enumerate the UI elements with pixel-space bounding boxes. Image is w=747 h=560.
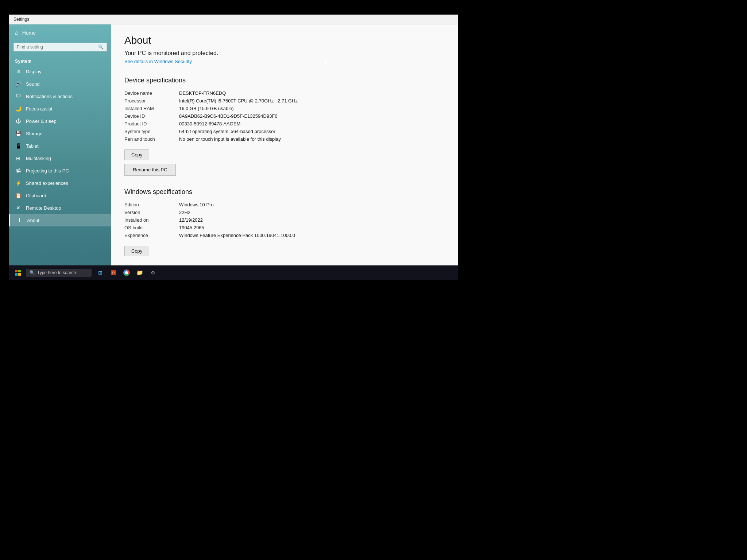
- sound-icon: 🔊: [15, 81, 22, 87]
- sidebar-item-label: Power & sleep: [26, 118, 57, 124]
- spec-label: Device ID: [124, 113, 179, 119]
- page-title: About: [124, 35, 445, 46]
- spec-value: 12/19/2022: [179, 217, 445, 223]
- taskbar-app-settings[interactable]: ⚙: [147, 267, 159, 279]
- sidebar-item-label: Display: [26, 69, 42, 74]
- spec-row-ram: Installed RAM 16.0 GB (15.9 GB usable): [124, 105, 445, 112]
- spec-value: 00330-50912-69478-AAOEM: [179, 121, 445, 127]
- spec-value: 19045.2965: [179, 225, 445, 230]
- spec-label: Processor: [124, 98, 179, 104]
- taskbar-app-powerpoint[interactable]: P: [108, 267, 119, 279]
- sidebar-item-power[interactable]: ⏻ Power & sleep: [9, 115, 111, 127]
- spec-value: 64-bit operating system, x64-based proce…: [179, 129, 445, 134]
- explorer-icon: 📁: [136, 269, 143, 276]
- home-icon: ⌂: [15, 30, 19, 36]
- spec-value: 22H2: [179, 210, 445, 215]
- taskmgr-icon: ⊞: [98, 270, 102, 276]
- sidebar-search-box[interactable]: 🔍: [13, 43, 107, 51]
- sidebar-item-label: About: [27, 218, 39, 223]
- taskbar-app-explorer[interactable]: 📁: [134, 267, 146, 279]
- start-button[interactable]: [12, 267, 24, 279]
- sidebar-item-label: Tablet: [26, 143, 39, 149]
- title-bar: Settings: [9, 15, 458, 24]
- taskbar-search-text: Type here to search: [37, 270, 76, 275]
- notifications-icon: 🗨: [15, 93, 22, 99]
- shared-icon: ⚡: [15, 180, 22, 186]
- chrome-icon: [123, 269, 130, 276]
- spec-value: DESKTOP-FRN6EDQ: [179, 90, 445, 96]
- clipboard-icon: 📋: [15, 192, 22, 198]
- tablet-icon: 📱: [15, 143, 22, 149]
- power-icon: ⏻: [15, 118, 22, 124]
- spec-label: System type: [124, 129, 179, 134]
- spec-value: No pen or touch input is available for t…: [179, 136, 445, 142]
- windows-logo: [15, 270, 21, 276]
- spec-value: 16.0 GB (15.9 GB usable): [179, 106, 445, 111]
- spec-value: Windows Feature Experience Pack 1000.190…: [179, 233, 445, 238]
- spec-row-processor: Processor Intel(R) Core(TM) i5-7500T CPU…: [124, 97, 445, 105]
- rename-button[interactable]: Rename this PC: [124, 164, 176, 176]
- spec-label: Device name: [124, 90, 179, 96]
- sidebar-item-label: Notifications & actions: [26, 94, 73, 99]
- main-content: About Your PC is monitored and protected…: [111, 24, 458, 265]
- spec-label: Installed on: [124, 217, 179, 223]
- spec-label: Product ID: [124, 121, 179, 127]
- sidebar-item-multitasking[interactable]: ⊞ Multitasking: [9, 152, 111, 164]
- spec-row-product-id: Product ID 00330-50912-69478-AAOEM: [124, 120, 445, 128]
- multitasking-icon: ⊞: [15, 155, 22, 161]
- spec-label: OS build: [124, 225, 179, 230]
- sidebar: ⌂ Home 🔍 System 🖥 Display 🔊 Sound 🗨 N: [9, 24, 111, 265]
- sidebar-item-about[interactable]: ℹ About: [9, 214, 111, 226]
- about-icon: ℹ: [16, 217, 23, 223]
- title-bar-label: Settings: [13, 17, 29, 22]
- sidebar-item-label: Remote Desktop: [26, 205, 61, 211]
- spec-label: Installed RAM: [124, 106, 179, 111]
- sidebar-item-label: Focus assist: [26, 106, 52, 112]
- taskbar-app-chrome[interactable]: [121, 267, 132, 279]
- copy-button-1[interactable]: Copy: [124, 149, 149, 160]
- sidebar-item-label: Storage: [26, 131, 43, 136]
- sidebar-item-clipboard[interactable]: 📋 Clipboard: [9, 189, 111, 202]
- spec-row-pen-touch: Pen and touch No pen or touch input is a…: [124, 135, 445, 143]
- sidebar-home[interactable]: ⌂ Home: [9, 24, 111, 41]
- sidebar-item-remote[interactable]: ✕ Remote Desktop: [9, 202, 111, 214]
- windows-specs-table: Edition Windows 10 Pro Version 22H2 Inst…: [124, 201, 445, 239]
- sidebar-item-shared[interactable]: ⚡ Shared experiences: [9, 177, 111, 189]
- spec-row-device-id: Device ID 8A9ADB62-B9C6-4BD1-9D5F-E13259…: [124, 112, 445, 120]
- taskbar: 🔍 Type here to search ⊞ P 📁 ⚙: [9, 265, 458, 280]
- copy-button-2[interactable]: Copy: [124, 246, 149, 256]
- sidebar-item-label: Projecting to this PC: [26, 168, 69, 174]
- focus-icon: 🌙: [15, 106, 22, 112]
- device-specs-table: Device name DESKTOP-FRN6EDQ Processor In…: [124, 89, 445, 143]
- spec-row-experience: Experience Windows Feature Experience Pa…: [124, 232, 445, 239]
- windows-specs-title: Windows specifications: [124, 188, 445, 196]
- search-input[interactable]: [17, 44, 98, 50]
- storage-icon: 💾: [15, 131, 22, 136]
- settings-icon: ⚙: [151, 270, 155, 276]
- sidebar-section-system: System: [9, 56, 111, 65]
- taskbar-app-taskmgr[interactable]: ⊞: [94, 267, 106, 279]
- device-specs-title: Device specifications: [124, 77, 445, 84]
- spec-value: 8A9ADB62-B9C6-4BD1-9D5F-E132594D93F6: [179, 113, 445, 119]
- security-link[interactable]: See details in Windows Security: [124, 59, 192, 64]
- sidebar-item-label: Multitasking: [26, 156, 51, 161]
- spec-value: Windows 10 Pro: [179, 202, 445, 207]
- sidebar-item-projecting[interactable]: 📽 Projecting to this PC: [9, 164, 111, 177]
- sidebar-item-sound[interactable]: 🔊 Sound: [9, 78, 111, 90]
- sidebar-item-display[interactable]: 🖥 Display: [9, 65, 111, 78]
- spec-label: Experience: [124, 233, 179, 238]
- spec-label: Pen and touch: [124, 136, 179, 142]
- sidebar-item-focus[interactable]: 🌙 Focus assist: [9, 102, 111, 115]
- protected-text: Your PC is monitored and protected.: [124, 50, 445, 57]
- sidebar-item-tablet[interactable]: 📱 Tablet: [9, 140, 111, 152]
- spec-row-version: Version 22H2: [124, 209, 445, 216]
- taskbar-apps: ⊞ P 📁 ⚙: [94, 267, 159, 279]
- sidebar-item-notifications[interactable]: 🗨 Notifications & actions: [9, 90, 111, 102]
- spec-row-system-type: System type 64-bit operating system, x64…: [124, 128, 445, 135]
- sidebar-item-storage[interactable]: 💾 Storage: [9, 127, 111, 140]
- spec-row-edition: Edition Windows 10 Pro: [124, 201, 445, 209]
- taskbar-search[interactable]: 🔍 Type here to search: [26, 269, 92, 277]
- display-icon: 🖥: [15, 69, 22, 74]
- spec-row-os-build: OS build 19045.2965: [124, 224, 445, 232]
- remote-icon: ✕: [15, 205, 22, 211]
